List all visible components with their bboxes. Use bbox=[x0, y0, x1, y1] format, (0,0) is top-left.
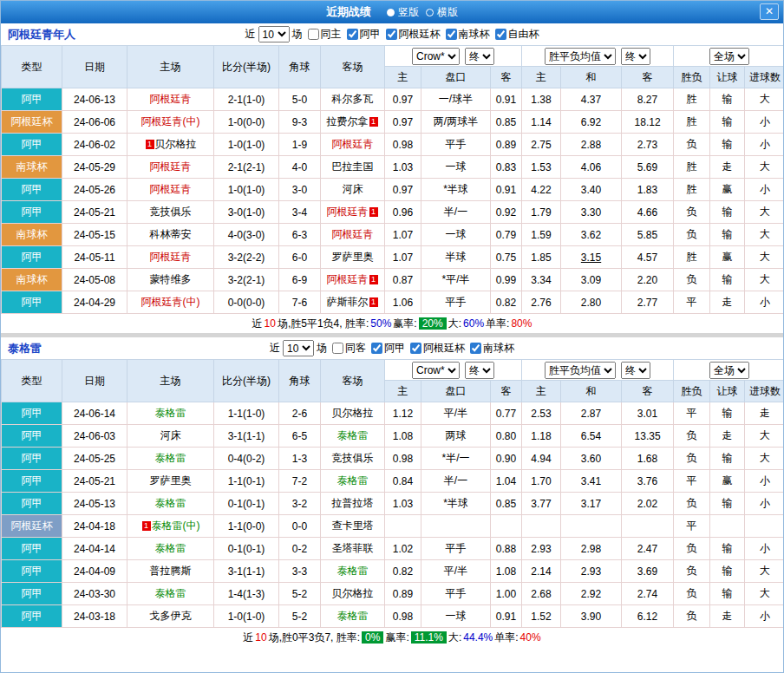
match-row[interactable]: 阿甲 24-05-25 泰格雷 0-4(0-2) 1-3 竞技俱乐 0.98 *… bbox=[2, 448, 784, 470]
col-header-odds-away: 客 bbox=[491, 67, 522, 88]
result-handicap: 赢 bbox=[710, 179, 745, 201]
corners: 1-9 bbox=[279, 134, 321, 156]
handicap-time-select[interactable]: 终 bbox=[465, 48, 494, 65]
league-checkbox[interactable] bbox=[371, 343, 382, 354]
away-team-cell[interactable]: 泰格雷 bbox=[321, 425, 385, 448]
home-team-cell[interactable]: 泰格雷 bbox=[127, 402, 214, 425]
match-row[interactable]: 阿甲 24-03-30 泰格雷 1-4(1-3) 5-2 贝尔格拉 0.89 平… bbox=[2, 583, 784, 605]
away-team-cell[interactable]: 泰格雷 bbox=[321, 605, 385, 628]
home-team-cell[interactable]: 普拉腾斯 bbox=[127, 560, 214, 583]
bookmaker-select[interactable]: Crow* bbox=[412, 48, 460, 65]
match-row[interactable]: 南球杯 24-05-08 蒙特维多 3-2(2-1) 6-9 阿根廷青1 0.8… bbox=[2, 269, 784, 291]
match-row[interactable]: 阿甲 24-04-14 泰格雷 0-1(0-1) 0-2 圣塔菲联 1.02 平… bbox=[2, 538, 784, 560]
away-team-cell[interactable]: 阿根廷青 bbox=[321, 224, 385, 246]
match-row[interactable]: 阿甲 24-06-02 1贝尔格拉 1-0(1-0) 1-9 阿根廷青 0.98… bbox=[2, 134, 784, 156]
home-team-cell[interactable]: 阿根廷青 bbox=[127, 246, 214, 269]
match-row[interactable]: 阿甲 24-06-13 阿根廷青 2-1(1-0) 5-0 科尔多瓦 0.97 … bbox=[2, 88, 784, 111]
home-team-cell[interactable]: 戈多伊克 bbox=[127, 605, 214, 628]
match-row[interactable]: 阿甲 24-05-26 阿根廷青 1-0(1-0) 3-0 河床 0.97 *半… bbox=[2, 179, 784, 201]
league-checkbox-label[interactable]: 南球杯 bbox=[470, 341, 514, 356]
home-team-cell[interactable]: 1贝尔格拉 bbox=[127, 134, 214, 156]
league-checkbox[interactable] bbox=[470, 343, 481, 354]
away-team-cell[interactable]: 圣塔菲联 bbox=[321, 538, 385, 560]
odds-time-select[interactable]: 终 bbox=[621, 362, 650, 379]
league-checkbox[interactable] bbox=[386, 29, 397, 40]
scope-select[interactable]: 全场 bbox=[709, 362, 749, 379]
match-row[interactable]: 阿甲 24-05-13 泰格雷 0-1(0-1) 3-2 拉普拉塔 1.03 *… bbox=[2, 493, 784, 515]
layout-radio[interactable]: 竖版 bbox=[387, 5, 419, 20]
away-team-cell[interactable]: 竞技俱乐 bbox=[321, 448, 385, 470]
odds-avg-select[interactable]: 胜平负均值 bbox=[545, 362, 616, 379]
away-team-cell[interactable]: 阿根廷青 bbox=[321, 134, 385, 156]
away-team-cell[interactable]: 拉费尔拿1 bbox=[321, 111, 385, 134]
away-team-cell[interactable]: 阿根廷青1 bbox=[321, 269, 385, 291]
home-team-cell[interactable]: 蒙特维多 bbox=[127, 269, 214, 291]
home-team-cell[interactable]: 竞技俱乐 bbox=[127, 201, 214, 224]
league-checkbox-label[interactable]: 自由杯 bbox=[495, 27, 539, 42]
match-row[interactable]: 阿甲 24-06-03 河床 3-1(1-1) 6-5 泰格雷 1.08 两球 … bbox=[2, 425, 784, 448]
away-team-cell[interactable]: 萨斯菲尔1 bbox=[321, 291, 385, 314]
match-count-select[interactable]: 10 bbox=[258, 26, 290, 42]
away-team-cell[interactable]: 罗萨里奥 bbox=[321, 246, 385, 269]
match-row[interactable]: 阿根廷杯 24-04-18 1泰格雷(中) 1-1(0-0) 0-0 查卡里塔 … bbox=[2, 515, 784, 538]
away-team-cell[interactable]: 巴拉圭国 bbox=[321, 156, 385, 179]
close-button[interactable]: ✕ bbox=[760, 3, 779, 20]
match-row[interactable]: 南球杯 24-05-15 科林蒂安 4-0(3-0) 6-3 阿根廷青 1.07… bbox=[2, 224, 784, 246]
home-team-cell[interactable]: 河床 bbox=[127, 425, 214, 448]
away-team-cell[interactable]: 贝尔格拉 bbox=[321, 583, 385, 605]
match-row[interactable]: 阿甲 24-04-09 普拉腾斯 3-1(1-1) 3-3 泰格雷 0.82 平… bbox=[2, 560, 784, 583]
match-row[interactable]: 阿根廷杯 24-06-06 阿根廷青(中) 1-0(0-0) 9-3 拉费尔拿1… bbox=[2, 111, 784, 134]
league-checkbox-label[interactable]: 阿甲 bbox=[371, 341, 405, 356]
result-wdl: 胜 bbox=[674, 111, 710, 134]
away-team-cell[interactable]: 阿根廷青1 bbox=[321, 201, 385, 224]
home-team-cell[interactable]: 阿根廷青 bbox=[127, 156, 214, 179]
league-checkbox-label[interactable]: 阿根廷杯 bbox=[410, 341, 465, 356]
match-count-select[interactable]: 10 bbox=[283, 340, 314, 356]
league-checkbox-label[interactable]: 南球杯 bbox=[446, 27, 490, 42]
away-team-cell[interactable]: 查卡里塔 bbox=[321, 515, 385, 538]
odds-avg-select[interactable]: 胜平负均值 bbox=[545, 48, 616, 65]
home-team-cell[interactable]: 阿根廷青 bbox=[127, 179, 214, 201]
home-team-cell[interactable]: 泰格雷 bbox=[127, 493, 214, 515]
away-team-name: 泰格雷 bbox=[337, 429, 369, 441]
league-checkbox[interactable] bbox=[446, 29, 457, 40]
match-row[interactable]: 南球杯 24-05-29 阿根廷青 2-1(2-1) 4-0 巴拉圭国 1.03… bbox=[2, 156, 784, 179]
match-row[interactable]: 阿甲 24-05-21 罗萨里奥 1-1(0-1) 7-2 泰格雷 0.84 半… bbox=[2, 470, 784, 493]
bookmaker-select[interactable]: Crow* bbox=[412, 362, 460, 379]
home-team-cell[interactable]: 阿根廷青(中) bbox=[127, 111, 214, 134]
home-team-cell[interactable]: 阿根廷青 bbox=[127, 88, 214, 111]
match-row[interactable]: 阿甲 24-06-14 泰格雷 1-1(1-0) 2-6 贝尔格拉 1.12 平… bbox=[2, 402, 784, 425]
home-team-cell[interactable]: 泰格雷 bbox=[127, 583, 214, 605]
league-checkbox-label[interactable]: 阿甲 bbox=[347, 27, 381, 42]
handicap-line: *半球 bbox=[421, 493, 491, 515]
away-team-cell[interactable]: 科尔多瓦 bbox=[321, 88, 385, 111]
away-team-cell[interactable]: 河床 bbox=[321, 179, 385, 201]
odds-time-select[interactable]: 终 bbox=[621, 48, 650, 65]
same-venue-checkbox-label[interactable]: 同客 bbox=[332, 341, 366, 356]
handicap-time-select[interactable]: 终 bbox=[465, 362, 494, 379]
match-row[interactable]: 阿甲 24-05-11 阿根廷青 3-2(2-2) 6-0 罗萨里奥 1.07 … bbox=[2, 246, 784, 269]
away-team-cell[interactable]: 拉普拉塔 bbox=[321, 493, 385, 515]
league-checkbox[interactable] bbox=[347, 29, 358, 40]
match-row[interactable]: 阿甲 24-03-18 戈多伊克 1-0(1-0) 5-2 泰格雷 0.98 一… bbox=[2, 605, 784, 628]
layout-radio[interactable]: 横版 bbox=[426, 5, 458, 20]
match-row[interactable]: 阿甲 24-04-29 阿根廷青(中) 0-0(0-0) 7-6 萨斯菲尔1 1… bbox=[2, 291, 784, 314]
league-checkbox[interactable] bbox=[410, 343, 421, 354]
scope-select[interactable]: 全场 bbox=[709, 48, 749, 65]
same-venue-checkbox[interactable] bbox=[308, 29, 319, 40]
same-venue-checkbox-label[interactable]: 同主 bbox=[308, 27, 342, 42]
home-team-cell[interactable]: 1泰格雷(中) bbox=[127, 515, 214, 538]
away-team-cell[interactable]: 泰格雷 bbox=[321, 560, 385, 583]
home-team-cell[interactable]: 罗萨里奥 bbox=[127, 470, 214, 493]
league-checkbox-label[interactable]: 阿根廷杯 bbox=[386, 27, 441, 42]
away-team-cell[interactable]: 泰格雷 bbox=[321, 470, 385, 493]
away-team-cell[interactable]: 贝尔格拉 bbox=[321, 402, 385, 425]
league-checkbox[interactable] bbox=[495, 29, 506, 40]
home-team-cell[interactable]: 泰格雷 bbox=[127, 448, 214, 470]
home-team-cell[interactable]: 阿根廷青(中) bbox=[127, 291, 214, 314]
home-team-cell[interactable]: 泰格雷 bbox=[127, 538, 214, 560]
same-venue-checkbox[interactable] bbox=[332, 343, 343, 354]
home-team-cell[interactable]: 科林蒂安 bbox=[127, 224, 214, 246]
match-row[interactable]: 阿甲 24-05-21 竞技俱乐 3-0(1-0) 3-4 阿根廷青1 0.96… bbox=[2, 201, 784, 224]
result-goals: 大 bbox=[745, 88, 784, 111]
